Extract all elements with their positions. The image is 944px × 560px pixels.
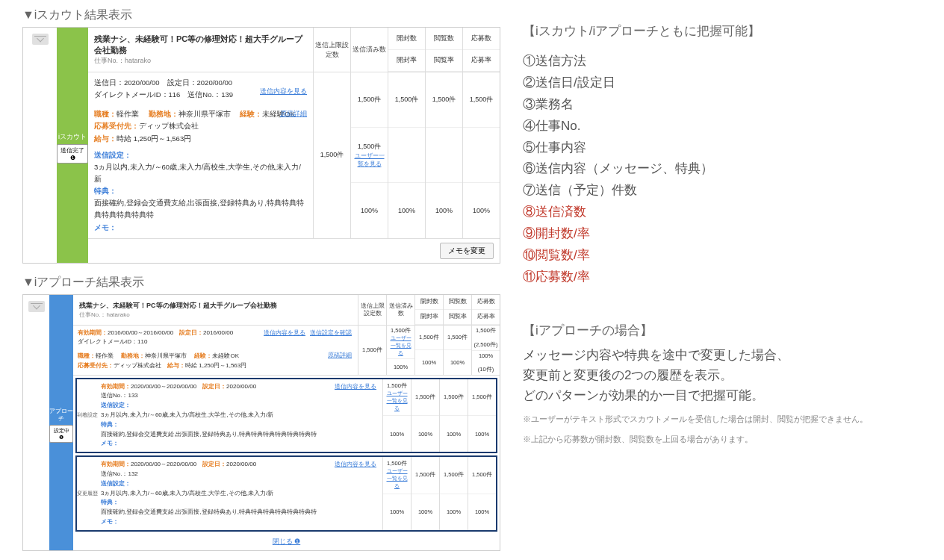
info-p3: どのパターンが効果的か一目で把握可能。	[523, 385, 922, 405]
info-p2: 変更前と変更後の2つの履歴を表示。	[523, 365, 922, 385]
side-blue: アプローチ 設定中 ❶	[49, 295, 73, 550]
info-list-item: ⑧送信済数	[523, 202, 922, 223]
user-list-link-3[interactable]: ユーザー一覧を見る	[385, 390, 409, 412]
info-list-item: ⑪応募数/率	[523, 267, 922, 288]
close-link[interactable]: 閉じる ❶	[273, 538, 300, 545]
link-detail-2[interactable]: 原稿詳細	[328, 351, 352, 360]
info-note2: ※上記から応募数が開封数、閲覧数を上回る場合があります。	[523, 433, 922, 446]
col-view-n: 閲覧数	[426, 28, 462, 50]
history-box-2: 変更履歴 有効期間：2020/00/00～2020/00/00 設定日：2020…	[75, 455, 497, 532]
approach-label: アプローチ	[49, 408, 73, 423]
section-title-iscout: ▼iスカウト結果表示	[22, 7, 500, 23]
val-limit: 1,500件	[314, 72, 350, 238]
info-list-item: ⑨開封数/率	[523, 223, 922, 245]
section-title-iapproach: ▼iアプローチ結果表示	[22, 275, 500, 290]
info-p1: メッセージ内容や特典を途中で変更した場合、	[523, 345, 922, 365]
info-list-item: ④仕事No.	[523, 116, 922, 137]
envelope-icon	[32, 34, 49, 45]
info-heading: 【iスカウト/iアプローチともに把握可能】	[523, 22, 922, 40]
info-list-item: ⑦送信（予定）件数	[523, 180, 922, 202]
link-send-content[interactable]: 送信内容を見る	[260, 86, 307, 97]
job-sub: 仕事No.：hatarako	[94, 56, 307, 66]
edit-memo-button[interactable]: メモを変更	[440, 243, 494, 259]
iscout-panel: iスカウト 送信完了 ❶ 残業ナシ、未経験可！PC等の修理対応！超大手グループ会…	[22, 27, 500, 264]
info-note1: ※ユーザーがテキスト形式でスカウトメールを受信した場合は開封、閲覧が把握できませ…	[523, 413, 922, 426]
side-neutral	[23, 28, 57, 263]
ap-title: 残業ナシ、未経験可！PC等の修理対応！超大手グループ会社勤務	[79, 301, 352, 311]
send-complete-button[interactable]: 送信完了 ❶	[57, 144, 88, 164]
col-view-r: 閲覧率	[426, 50, 462, 72]
col-limit: 送信上限設定数	[313, 28, 350, 72]
history-box-1: 到着設定 有効期間：2020/00/00～2020/00/00 設定日：2020…	[75, 378, 497, 454]
link-send-setting[interactable]: 送信設定を確認	[310, 329, 352, 337]
col-open-r: 開封率	[388, 50, 425, 72]
envelope-icon	[28, 301, 45, 312]
info-list-item: ①送信方法	[523, 51, 922, 72]
side-green: iスカウト 送信完了 ❶	[57, 28, 88, 263]
link-detail[interactable]: 原稿詳細	[280, 108, 307, 119]
info-list-item: ⑤仕事内容	[523, 137, 922, 159]
iscout-label: iスカウト	[58, 132, 87, 142]
link-send-content-3[interactable]: 送信内容を見る	[335, 382, 376, 391]
side-neutral-2	[23, 295, 49, 550]
info-list-item: ⑩閲覧数/率	[523, 245, 922, 267]
row-side-arrival: 到着設定	[77, 379, 98, 452]
user-list-link-4[interactable]: ユーザー一覧を見る	[385, 467, 409, 490]
info-sub-heading: 【iアプローチの場合】	[523, 322, 922, 339]
user-list-link-2[interactable]: ユーザー一覧を見る	[388, 335, 413, 357]
info-list-item: ③業務名	[523, 94, 922, 116]
row-side-change: 変更履歴	[77, 457, 98, 530]
iapproach-panel: アプローチ 設定中 ❶ 残業ナシ、未経験可！PC等の修理対応！超大手グループ会社…	[22, 294, 500, 551]
col-sent: 送信済み数	[350, 28, 388, 72]
job-title: 残業ナシ、未経験可！PC等の修理対応！超大手グループ会社勤務	[94, 34, 307, 56]
link-send-content-4[interactable]: 送信内容を見る	[335, 460, 376, 469]
info-list: ①送信方法②送信日/設定日③業務名④仕事No.⑤仕事内容⑥送信内容（メッセージ、…	[523, 51, 922, 288]
col-open-n: 開封数	[388, 28, 425, 50]
col-app-r: 応募率	[463, 50, 500, 72]
info-list-item: ②送信日/設定日	[523, 72, 922, 94]
user-list-link[interactable]: ユーザー一覧を見る	[353, 152, 386, 168]
setting-button[interactable]: 設定中 ❶	[49, 425, 73, 443]
ap-sub: 仕事No.：hatarako	[79, 311, 352, 319]
link-send-content-2[interactable]: 送信内容を見る	[264, 329, 305, 337]
info-list-item: ⑥送信内容（メッセージ、特典）	[523, 158, 922, 180]
col-app-n: 応募数	[463, 28, 500, 50]
